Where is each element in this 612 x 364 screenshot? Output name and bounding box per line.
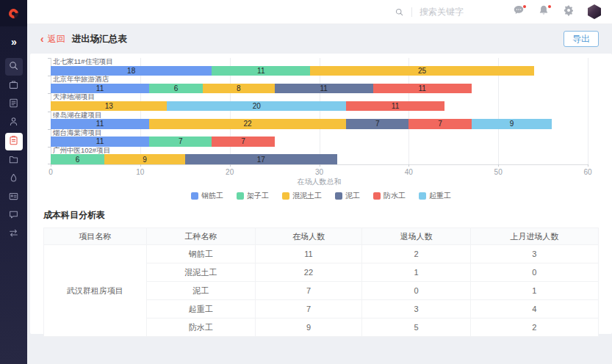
bar-segment-架子工: 6 xyxy=(149,84,203,94)
bar-group: 北七家11#住宅项目181125 xyxy=(51,58,588,76)
sidebar-item-briefcase[interactable] xyxy=(5,78,23,94)
page-title: 进出场汇总表 xyxy=(72,33,127,46)
export-button[interactable]: 导出 xyxy=(564,31,599,47)
sidebar-item-document[interactable] xyxy=(5,96,23,112)
bar-value-label: 7 xyxy=(179,137,183,145)
back-button[interactable]: 返回 xyxy=(48,33,65,46)
bar-value-label: 7 xyxy=(375,120,380,128)
sidebar-item-transfer[interactable] xyxy=(5,226,23,242)
table-cell: 22 xyxy=(255,263,362,282)
sidebar-item-chat[interactable] xyxy=(5,208,23,224)
topbar xyxy=(27,0,612,24)
chart-x-axis-title: 在场人数总和 xyxy=(51,177,588,187)
bar-segment-泥工: 17 xyxy=(185,154,337,164)
y-axis-tick xyxy=(48,93,51,94)
table-cell: 3 xyxy=(362,300,470,318)
bar-value-label: 11 xyxy=(96,120,104,128)
bar-value-label: 25 xyxy=(418,67,426,75)
legend-label: 起重工 xyxy=(429,191,451,201)
bar-track: 1177 xyxy=(51,136,588,147)
logo-icon xyxy=(7,7,20,20)
table-cell: 7 xyxy=(255,282,362,300)
sidebar-item-search[interactable] xyxy=(5,58,23,76)
sidebar-item-ink-drop[interactable] xyxy=(5,171,23,187)
sidebar-item-user[interactable] xyxy=(5,114,23,131)
search-icon xyxy=(8,60,19,74)
table-cell: 防水工 xyxy=(146,318,255,337)
sidebar-item-folder[interactable] xyxy=(5,153,23,169)
bell-button[interactable] xyxy=(537,6,550,18)
legend-swatch xyxy=(191,192,198,200)
legend-item-混泥土工[interactable]: 混泥土工 xyxy=(282,191,322,201)
bar-segment-泥工: 11 xyxy=(275,84,373,94)
sidebar-item-clipboard[interactable] xyxy=(5,133,23,150)
search-input[interactable] xyxy=(420,7,487,17)
bar-segment-架子工: 6 xyxy=(51,154,104,164)
table-cell: 起重工 xyxy=(146,300,255,318)
chart-bar-groups: 北七家11#住宅项目181125北京年华旅游酒店11681111天津地湖项目13… xyxy=(51,58,588,164)
legend-item-起重工[interactable]: 起重工 xyxy=(419,191,451,201)
bar-group: 广州中医102#项目6917 xyxy=(51,147,588,164)
expand-icon: » xyxy=(11,35,16,48)
table-header-row: 项目名称工种名称在场人数退场人数上月进场人数 xyxy=(44,228,599,245)
x-tick-mark xyxy=(588,164,588,167)
bar-category-label: 广州中医102#项目 xyxy=(51,147,588,154)
bar-value-label: 6 xyxy=(174,84,179,92)
back-chevron-icon[interactable] xyxy=(40,34,44,44)
user-icon xyxy=(8,116,19,130)
bar-track: 11681111 xyxy=(51,84,588,94)
bar-segment-泥工: 7 xyxy=(346,119,408,129)
bar-value-label: 13 xyxy=(105,102,113,110)
x-tick-mark xyxy=(498,164,499,167)
legend-label: 防水工 xyxy=(384,191,406,201)
table-cell: 钢筋工 xyxy=(146,245,255,263)
x-tick-label: 50 xyxy=(494,168,503,176)
sidebar-nav: » xyxy=(5,33,23,242)
breadcrumb: 返回 进出场汇总表 xyxy=(40,33,127,46)
chart-plot: 北七家11#住宅项目181125北京年华旅游酒店11681111天津地湖项目13… xyxy=(51,58,588,165)
content-card: 北七家11#住宅项目181125北京年华旅游酒店11681111天津地湖项目13… xyxy=(30,54,612,334)
sidebar-item-expand[interactable]: » xyxy=(5,33,23,51)
bar-value-label: 20 xyxy=(253,102,261,110)
sidebar-item-id-card[interactable] xyxy=(5,189,23,205)
bar-group: 天津地湖项目132011 xyxy=(51,93,588,111)
legend-item-架子工[interactable]: 架子工 xyxy=(237,191,269,201)
table-cell: 混泥土工 xyxy=(146,263,255,282)
bar-value-label: 7 xyxy=(438,120,442,128)
bar-value-label: 18 xyxy=(127,67,135,75)
gear-button[interactable] xyxy=(562,6,575,18)
x-tick-label: 20 xyxy=(226,168,234,176)
legend-swatch xyxy=(237,192,244,200)
bar-category-label: 绿岛湖在建项目 xyxy=(51,112,588,119)
bar-value-label: 22 xyxy=(243,120,251,128)
x-tick-mark xyxy=(408,164,409,167)
bar-segment-起重工: 9 xyxy=(472,119,552,129)
table-cell: 泥工 xyxy=(146,282,255,300)
table-cell: 5 xyxy=(362,318,470,337)
bar-value-label: 11 xyxy=(96,137,104,145)
app-logo[interactable] xyxy=(0,0,27,26)
x-tick-label: 40 xyxy=(405,168,413,176)
column-header: 项目名称 xyxy=(44,228,147,245)
table-cell: 9 xyxy=(255,318,362,337)
folder-icon xyxy=(8,154,19,168)
bar-segment-防水工: 11 xyxy=(346,101,444,112)
legend-item-防水工[interactable]: 防水工 xyxy=(373,191,406,201)
ink-drop-icon xyxy=(8,172,19,186)
x-tick-label: 10 xyxy=(136,168,144,176)
global-search[interactable] xyxy=(395,7,487,17)
bar-value-label: 9 xyxy=(143,156,147,164)
x-tick-label: 0 xyxy=(48,168,53,176)
id-card-icon xyxy=(8,191,19,205)
bar-group: 绿岛湖在建项目1122779 xyxy=(51,112,588,129)
document-icon xyxy=(8,98,19,112)
bar-value-label: 11 xyxy=(96,84,104,92)
legend-item-泥工[interactable]: 泥工 xyxy=(335,191,360,201)
notification-badge xyxy=(548,5,552,9)
table-cell: 0 xyxy=(470,263,598,282)
chat-dots-button[interactable] xyxy=(512,6,525,18)
legend-item-钢筋工[interactable]: 钢筋工 xyxy=(191,191,223,201)
avatar[interactable] xyxy=(587,4,602,19)
table-title: 成本科目分析表 xyxy=(43,209,612,222)
search-divider xyxy=(411,7,412,17)
